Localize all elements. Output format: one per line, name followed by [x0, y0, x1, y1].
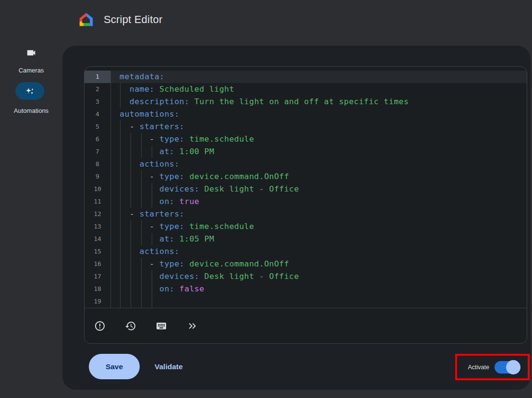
indent-guide [120, 208, 121, 220]
code-text: at: 1:05 PM [111, 233, 527, 245]
code-line[interactable]: 17 devices: Desk light - Office [85, 270, 527, 283]
code-line[interactable]: 10 devices: Desk light - Office [85, 183, 527, 195]
line-number: 18 [85, 283, 111, 295]
code-line[interactable]: 7 at: 1:00 PM [85, 145, 527, 158]
google-home-logo [78, 12, 94, 27]
indent-guide [141, 295, 142, 308]
line-number: 6 [85, 133, 111, 145]
line-number: 10 [85, 183, 111, 195]
code-line[interactable]: 12 - starters: [85, 208, 527, 220]
indent-guide [141, 195, 142, 208]
code-line[interactable]: 14 at: 1:05 PM [85, 233, 527, 245]
indent-guide [120, 133, 121, 145]
indent-guide [131, 195, 131, 208]
videocam-icon [26, 48, 36, 58]
sparkle-icon [24, 85, 36, 97]
indent-guide [120, 233, 121, 245]
sidebar-item-cameras[interactable] [0, 48, 62, 60]
code-line[interactable]: 4automations: [85, 108, 527, 121]
double-arrow-button[interactable] [186, 320, 198, 332]
indent-guide [120, 158, 121, 170]
code-line[interactable]: 9 - type: device.command.OnOff [85, 170, 527, 183]
code-text: devices: Desk light - Office [111, 270, 527, 283]
annotation-highlight-box: Activate [455, 354, 530, 380]
indent-guide [120, 96, 121, 108]
indent-guide [141, 133, 142, 145]
problems-button[interactable] [94, 320, 106, 332]
indent-guide [131, 283, 131, 295]
code-text: name: Scheduled light [111, 83, 527, 96]
problems-icon [94, 320, 106, 332]
save-button[interactable]: Save [89, 354, 140, 379]
code-text: - type: device.command.OnOff [111, 258, 527, 270]
code-text: on: false [111, 283, 527, 295]
code-line[interactable]: 16 - type: device.command.OnOff [85, 258, 527, 270]
code-line[interactable]: 3 description: Turn the light on and off… [85, 96, 527, 108]
code-line[interactable]: 5 - starters: [85, 121, 527, 133]
indent-guide [120, 245, 121, 258]
sidebar-item-cameras-label[interactable]: Cameras [0, 67, 62, 74]
indent-guide [131, 270, 131, 283]
indent-guide [120, 283, 121, 295]
line-number: 2 [85, 83, 111, 96]
code-line[interactable]: 1metadata: [85, 71, 527, 83]
code-line[interactable]: 19 [85, 295, 527, 308]
double-arrow-icon [186, 320, 198, 332]
code-text: on: true [111, 195, 527, 208]
line-number: 14 [85, 233, 111, 245]
code-text: - type: time.schedule [111, 133, 527, 145]
validate-button[interactable]: Validate [147, 354, 191, 379]
indent-guide [120, 270, 121, 283]
indent-guide [131, 245, 131, 258]
code-line[interactable]: 6 - type: time.schedule [85, 133, 527, 145]
code-text: - type: time.schedule [111, 220, 527, 233]
code-text [111, 295, 527, 308]
line-number: 12 [85, 208, 111, 220]
indent-guide [120, 83, 121, 96]
editor-panel: 1metadata:2 name: Scheduled light3 descr… [62, 46, 531, 390]
indent-guide [141, 258, 142, 270]
code-editor[interactable]: 1metadata:2 name: Scheduled light3 descr… [84, 66, 527, 344]
line-number: 1 [85, 71, 111, 83]
indent-guide [131, 220, 131, 233]
code-line[interactable]: 18 on: false [85, 283, 527, 295]
line-number: 11 [85, 195, 111, 208]
code-line[interactable]: 8 actions: [85, 158, 527, 170]
line-number: 7 [85, 145, 111, 158]
history-button[interactable] [124, 320, 137, 332]
code-line[interactable]: 13 - type: time.schedule [85, 220, 527, 233]
indent-guide [131, 170, 131, 183]
code-text: - type: device.command.OnOff [111, 170, 527, 183]
code-text: at: 1:00 PM [111, 145, 527, 158]
toggle-thumb [506, 360, 520, 374]
indent-guide [120, 145, 121, 158]
indent-guide [141, 270, 142, 283]
script-editor-app: Script Editor Cameras Automations 1metad… [0, 0, 532, 398]
code-lines[interactable]: 1metadata:2 name: Scheduled light3 descr… [85, 67, 527, 308]
indent-guide [120, 195, 121, 208]
code-line[interactable]: 2 name: Scheduled light [85, 83, 527, 96]
activate-toggle[interactable] [495, 361, 520, 374]
line-number: 9 [85, 170, 111, 183]
line-number: 15 [85, 245, 111, 258]
code-text: description: Turn the light on and off a… [111, 96, 527, 108]
editor-toolbar [85, 308, 527, 343]
code-line[interactable]: 11 on: true [85, 195, 527, 208]
indent-guide [152, 183, 152, 195]
code-line[interactable]: 15 actions: [85, 245, 527, 258]
page-title: Script Editor [104, 13, 162, 26]
code-text: - starters: [111, 208, 527, 220]
indent-guide [120, 121, 121, 133]
sidebar-item-automations[interactable] [15, 82, 44, 100]
indent-guide [141, 233, 142, 245]
code-text: actions: [111, 245, 527, 258]
indent-guide [141, 183, 142, 195]
indent-guide [152, 195, 152, 208]
sidebar-item-automations-label[interactable]: Automations [0, 107, 62, 114]
keyboard-button[interactable] [155, 320, 168, 332]
indent-guide [131, 295, 131, 308]
keyboard-icon [156, 320, 167, 332]
indent-guide [152, 295, 152, 308]
indent-guide [131, 183, 131, 195]
indent-guide [141, 145, 142, 158]
